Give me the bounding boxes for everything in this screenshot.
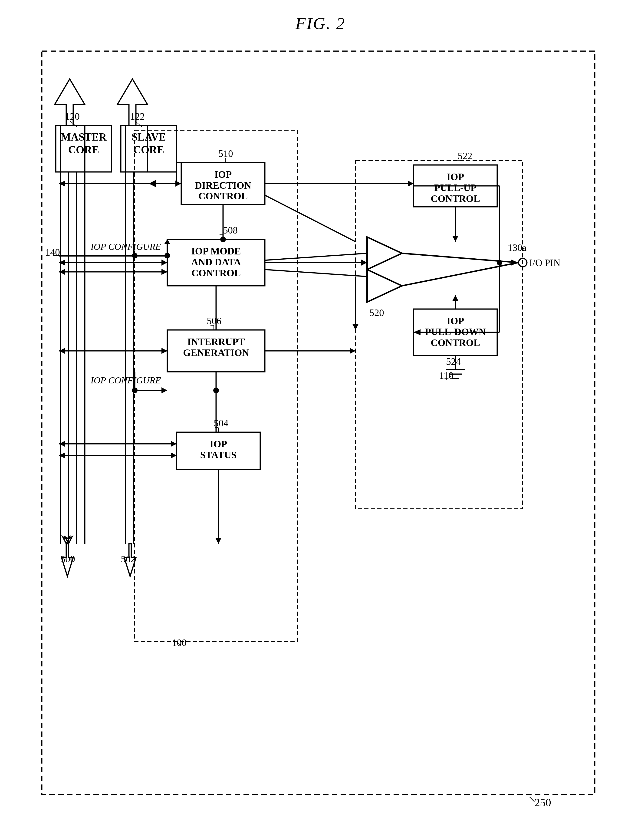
iop-direction-label2: DIRECTION [195,180,251,191]
ref-120: 120 [65,111,80,122]
ref-250-label: 250 [535,796,551,809]
svg-marker-49 [161,269,167,275]
ref-502: 502 [121,554,135,564]
svg-line-72 [265,269,367,277]
iop-direction-label3: CONTROL [198,191,248,202]
master-core-label: MASTER [61,131,107,143]
ref-100: 100 [172,637,187,648]
circuit-diagram: 250 MASTER CORE 120 SLAVE CORE 122 IOP D… [23,32,618,822]
svg-line-70 [265,195,356,242]
ref-122: 122 [130,111,145,122]
ref-510: 510 [218,148,233,159]
ref-508: 508 [223,225,238,235]
svg-point-99 [220,237,226,242]
svg-marker-46 [161,260,167,266]
ref-522: 522 [458,151,472,161]
svg-marker-69 [408,181,414,187]
pulldown-label1: IOP [447,316,464,326]
ref-130a: 130a [507,242,527,253]
iop-mode-label2: AND DATA [191,257,241,268]
slave-core-label: SLAVE [132,131,166,143]
svg-rect-0 [42,51,595,795]
interrupt-label2: GENERATION [183,347,249,358]
figure-title: FIG. 2 [0,14,641,33]
svg-point-67 [132,253,137,258]
iop-mode-label3: CONTROL [192,268,241,278]
ref-520: 520 [369,308,384,318]
svg-marker-97 [414,329,420,335]
pulldown-label3: CONTROL [431,337,480,348]
page: FIG. 2 250 MASTER CORE 120 SLAVE CORE 12… [0,0,641,840]
svg-marker-58 [171,441,177,447]
ref-506: 506 [207,316,221,326]
interrupt-label1: INTERRUPT [187,337,245,347]
pullup-label2: PULL-UP [434,182,477,193]
svg-point-107 [132,388,137,393]
pullup-label1: IOP [447,171,464,182]
svg-marker-53 [164,239,170,244]
svg-marker-66 [161,387,167,393]
svg-line-75 [402,263,518,286]
master-core-label2: CORE [68,144,99,156]
iop-mode-label1: IOP MODE [191,246,241,256]
iop-configure-1: IOP CONFIGURE [90,242,161,252]
svg-marker-24 [367,237,402,269]
iop-direction-label1: IOP [214,169,232,180]
iop-status-label1: IOP [210,439,227,450]
iop-configure-2: IOP CONFIGURE [90,375,161,385]
svg-line-71 [265,253,367,260]
svg-marker-83 [215,538,221,544]
svg-marker-81 [353,324,359,330]
svg-line-1 [530,797,535,802]
ref-110: 110 [439,370,453,381]
svg-marker-106 [349,348,356,354]
svg-marker-104 [361,260,367,266]
slave-core-label2: CORE [134,144,164,156]
svg-marker-79 [453,295,458,301]
svg-marker-25 [367,269,402,302]
svg-point-102 [213,388,219,393]
io-pin-label: I/O PIN [529,258,560,268]
ref-524: 524 [446,356,461,367]
svg-marker-77 [453,236,458,242]
pullup-label3: CONTROL [431,193,480,204]
iop-status-label2: STATUS [200,450,237,460]
svg-marker-55 [161,348,167,354]
ref-140: 140 [45,247,60,258]
svg-marker-61 [171,452,177,458]
